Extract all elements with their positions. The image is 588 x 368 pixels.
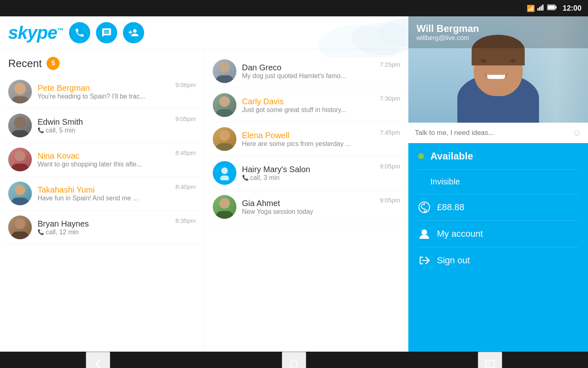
contact-preview: Here are some pics from yesterday ... xyxy=(242,140,374,148)
signal-icon xyxy=(537,4,545,12)
contact-name: Carly Davis xyxy=(242,97,374,106)
contact-item[interactable]: Gia Ahmet New Yoga session today 9:05pm xyxy=(209,190,405,224)
contact-item[interactable]: Nina Kovac Want to go shopping later thi… xyxy=(4,143,200,177)
call-icon-small: 📞 xyxy=(242,175,249,181)
contact-item[interactable]: Bryan Haynes 📞 call, 12 min 8:35pm xyxy=(4,211,200,245)
svg-rect-11 xyxy=(11,96,29,103)
contact-item[interactable]: Dan Greco My dog just quoted Hamlet's fa… xyxy=(209,54,405,88)
skype-credit-icon xyxy=(418,202,430,213)
svg-point-25 xyxy=(219,130,229,141)
svg-rect-30 xyxy=(216,211,234,219)
contact-item[interactable]: Takahashi Yumi Have fun in Spain! And se… xyxy=(4,177,200,211)
contact-time: 9:05pm xyxy=(380,163,400,170)
contact-name: Dan Greco xyxy=(242,63,374,72)
contact-time: 8:45pm xyxy=(175,149,196,156)
recent-label: Recent xyxy=(8,57,42,70)
menu-item-my-account[interactable]: My account xyxy=(408,221,588,247)
back-button[interactable] xyxy=(86,352,110,368)
skype-tm: ™ xyxy=(57,27,63,34)
contact-info: Bryan Haynes 📞 call, 12 min xyxy=(38,219,169,236)
sign-out-label: Sign out xyxy=(437,255,470,266)
svg-point-27 xyxy=(221,168,227,174)
contact-item[interactable]: Pete Bergman You're heading to Spain? I'… xyxy=(4,75,200,109)
svg-rect-24 xyxy=(216,109,234,117)
add-contact-button[interactable] xyxy=(123,22,144,43)
svg-rect-3 xyxy=(542,4,543,11)
invisible-label: Invisible xyxy=(430,177,460,186)
contact-preview: Have fun in Spain! And send me ... xyxy=(38,195,169,202)
avatar xyxy=(213,161,236,185)
contact-item[interactable]: Hairy Mary's Salon 📞 call, 3 min 9:05pm xyxy=(209,156,405,190)
avatar xyxy=(213,195,236,219)
my-account-label: My account xyxy=(437,229,483,239)
profile-info-overlay: Will Bergman willberg@live.com xyxy=(408,16,588,48)
status-bar: 📶 12:00 xyxy=(0,0,588,16)
contact-name: Elena Powell xyxy=(242,131,374,140)
status-input[interactable] xyxy=(415,129,572,137)
profile-name: Will Bergman xyxy=(416,23,580,34)
svg-rect-20 xyxy=(11,231,29,239)
home-button[interactable] xyxy=(282,352,306,368)
contact-name: Pete Bergman xyxy=(38,83,169,93)
svg-rect-0 xyxy=(537,8,539,11)
svg-rect-2 xyxy=(541,6,542,11)
status-icons: 📶 12:00 xyxy=(527,4,581,13)
svg-point-29 xyxy=(219,198,229,209)
contact-info: Dan Greco My dog just quoted Hamlet's fa… xyxy=(242,63,374,80)
svg-point-34 xyxy=(421,229,427,235)
battery-icon xyxy=(547,4,557,12)
avatar xyxy=(8,182,32,205)
chat-button[interactable] xyxy=(96,22,117,43)
svg-rect-14 xyxy=(11,130,29,137)
call-button[interactable] xyxy=(69,22,90,43)
contact-preview: 📞 call, 3 min xyxy=(242,174,374,182)
contact-item[interactable]: Carly Davis Just got some great stuff in… xyxy=(209,88,405,122)
nav-bar xyxy=(0,352,588,368)
contact-preview: You're heading to Spain? I'll be trac... xyxy=(38,93,169,100)
sign-out-icon xyxy=(418,255,430,266)
recents-button[interactable] xyxy=(478,352,502,368)
svg-rect-16 xyxy=(11,164,29,171)
menu-item-sign-out[interactable]: Sign out xyxy=(408,247,588,274)
contact-info: Hairy Mary's Salon 📞 call, 3 min xyxy=(242,165,374,182)
contact-name: Edwin Smith xyxy=(38,117,169,127)
left-column: Recent 5 Pete Bergman You're headi xyxy=(0,49,204,352)
wifi-icon: 📶 xyxy=(527,4,535,12)
profile-email: willberg@live.com xyxy=(416,34,580,42)
svg-rect-22 xyxy=(216,75,234,83)
svg-rect-26 xyxy=(216,143,234,151)
contact-item[interactable]: Elena Powell Here are some pics from yes… xyxy=(209,122,405,156)
contact-item[interactable]: Edwin Smith 📞 call, 5 min 9:05pm xyxy=(4,109,200,143)
status-time: 12:00 xyxy=(563,4,581,13)
contact-name: Bryan Haynes xyxy=(38,219,169,229)
contact-preview: Just got some great stuff in history... xyxy=(242,106,374,114)
profile-photo-area: Will Bergman willberg@live.com xyxy=(408,16,588,123)
svg-rect-28 xyxy=(220,175,229,180)
svg-rect-6 xyxy=(555,6,557,9)
contact-time: 8:40pm xyxy=(175,183,196,190)
svg-point-23 xyxy=(219,96,229,107)
avatar xyxy=(8,80,32,103)
menu-item-available[interactable]: Available xyxy=(408,143,588,169)
emoji-button[interactable]: ☺ xyxy=(572,128,581,138)
skype-panel: skype™ xyxy=(0,16,408,352)
svg-point-19 xyxy=(15,218,25,229)
svg-point-21 xyxy=(219,62,229,73)
avatar xyxy=(213,59,236,83)
avatar xyxy=(213,127,236,151)
menu-section: Available Invisible £88.88 xyxy=(408,143,588,352)
contact-preview: 📞 call, 12 min xyxy=(38,229,169,236)
svg-rect-18 xyxy=(11,197,29,205)
menu-item-invisible[interactable]: Invisible xyxy=(408,170,588,194)
contact-info: Edwin Smith 📞 call, 5 min xyxy=(38,117,169,134)
available-label: Available xyxy=(430,150,473,162)
contact-time: 7:30pm xyxy=(380,95,400,102)
contact-preview: My dog just quoted Hamlet's famo... xyxy=(242,72,374,80)
contact-preview: 📞 call, 5 min xyxy=(38,127,169,134)
contact-name: Hairy Mary's Salon xyxy=(242,165,374,174)
avatar xyxy=(8,114,32,137)
svg-rect-37 xyxy=(488,362,490,366)
avatar xyxy=(213,93,236,117)
contact-preview: New Yoga session today xyxy=(242,208,374,215)
menu-item-credits[interactable]: £88.88 xyxy=(408,194,588,220)
